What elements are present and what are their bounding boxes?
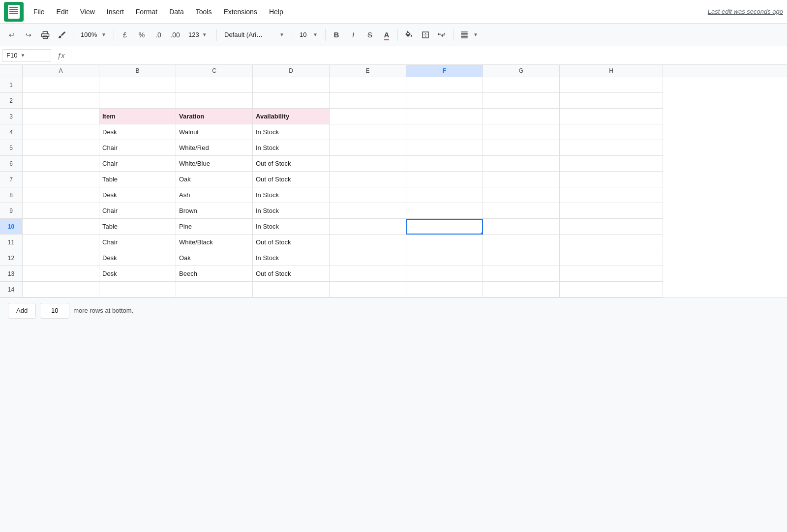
cell-h5[interactable] (560, 140, 663, 156)
cell-f2[interactable] (406, 93, 483, 109)
cell-e4[interactable] (330, 124, 406, 140)
cell-e13[interactable] (330, 266, 406, 282)
cell-a2[interactable] (23, 93, 99, 109)
cell-e2[interactable] (330, 93, 406, 109)
cell-c8[interactable]: Ash (176, 187, 253, 203)
cell-a12[interactable] (23, 250, 99, 266)
cell-a13[interactable] (23, 266, 99, 282)
cell-e7[interactable] (330, 172, 406, 187)
print-button[interactable] (37, 27, 53, 43)
cell-g1[interactable] (483, 77, 560, 93)
cell-e10[interactable] (330, 219, 406, 235)
cell-reference-box[interactable]: F10 ▼ (2, 49, 51, 62)
row-number[interactable]: 8 (0, 187, 23, 203)
row-number[interactable]: 10 (0, 219, 23, 235)
row-number[interactable]: 1 (0, 77, 23, 93)
row-number[interactable]: 7 (0, 172, 23, 187)
cell-d10[interactable]: In Stock (253, 219, 330, 235)
cell-e14[interactable] (330, 282, 406, 297)
cell-c2[interactable] (176, 93, 253, 109)
cell-f5[interactable] (406, 140, 483, 156)
cell-b1[interactable] (99, 77, 176, 93)
cell-h12[interactable] (560, 250, 663, 266)
cell-e3[interactable] (330, 109, 406, 124)
cell-f8[interactable] (406, 187, 483, 203)
rows-count-input[interactable] (40, 303, 69, 319)
cell-a5[interactable] (23, 140, 99, 156)
cell-b2[interactable] (99, 93, 176, 109)
cell-c4[interactable]: Walnut (176, 124, 253, 140)
cell-f12[interactable] (406, 250, 483, 266)
cell-d13[interactable]: Out of Stock (253, 266, 330, 282)
cell-h2[interactable] (560, 93, 663, 109)
cell-h3[interactable] (560, 109, 663, 124)
formula-input[interactable] (73, 49, 785, 62)
cell-c14[interactable] (176, 282, 253, 297)
merge-cells-button[interactable] (434, 27, 450, 43)
row-number[interactable]: 4 (0, 124, 23, 140)
col-header-d[interactable]: D (253, 65, 330, 77)
add-rows-button[interactable]: Add (8, 303, 36, 319)
decimal-decrease-button[interactable]: .0 (151, 27, 166, 43)
col-header-h[interactable]: H (560, 65, 663, 77)
cell-h13[interactable] (560, 266, 663, 282)
cell-g9[interactable] (483, 203, 560, 219)
percent-button[interactable]: % (134, 27, 150, 43)
cell-d4[interactable]: In Stock (253, 124, 330, 140)
cell-h9[interactable] (560, 203, 663, 219)
fx-button[interactable]: ƒx (53, 49, 69, 62)
cell-a14[interactable] (23, 282, 99, 297)
cell-d2[interactable] (253, 93, 330, 109)
cell-a4[interactable] (23, 124, 99, 140)
menu-insert[interactable]: Insert (101, 0, 130, 23)
cell-e9[interactable] (330, 203, 406, 219)
cell-d11[interactable]: Out of Stock (253, 235, 330, 250)
col-header-f[interactable]: F (406, 65, 483, 77)
col-header-e[interactable]: E (330, 65, 406, 77)
cell-g8[interactable] (483, 187, 560, 203)
cell-g5[interactable] (483, 140, 560, 156)
cell-g14[interactable] (483, 282, 560, 297)
row-number[interactable]: 13 (0, 266, 23, 282)
borders-button[interactable] (418, 27, 433, 43)
cell-b10[interactable]: Table (99, 219, 176, 235)
menu-view[interactable]: View (74, 0, 101, 23)
cell-g6[interactable] (483, 156, 560, 172)
menu-edit[interactable]: Edit (51, 0, 74, 23)
cell-b4[interactable]: Desk (99, 124, 176, 140)
cell-c1[interactable] (176, 77, 253, 93)
cell-h6[interactable] (560, 156, 663, 172)
cell-c9[interactable]: Brown (176, 203, 253, 219)
cell-a9[interactable] (23, 203, 99, 219)
cell-a6[interactable] (23, 156, 99, 172)
cell-g2[interactable] (483, 93, 560, 109)
col-header-b[interactable]: B (99, 65, 176, 77)
cell-b8[interactable]: Desk (99, 187, 176, 203)
row-number[interactable]: 11 (0, 235, 23, 250)
cell-d9[interactable]: In Stock (253, 203, 330, 219)
cell-d12[interactable]: In Stock (253, 250, 330, 266)
cell-e1[interactable] (330, 77, 406, 93)
cell-d8[interactable]: In Stock (253, 187, 330, 203)
row-number[interactable]: 3 (0, 109, 23, 124)
cell-h1[interactable] (560, 77, 663, 93)
cell-f6[interactable] (406, 156, 483, 172)
currency-button[interactable]: £ (117, 27, 133, 43)
cell-g13[interactable] (483, 266, 560, 282)
paint-format-button[interactable] (54, 27, 70, 43)
cell-c12[interactable]: Oak (176, 250, 253, 266)
cell-b12[interactable]: Desk (99, 250, 176, 266)
cell-c11[interactable]: White/Black (176, 235, 253, 250)
cell-e6[interactable] (330, 156, 406, 172)
cell-g11[interactable] (483, 235, 560, 250)
menu-data[interactable]: Data (163, 0, 190, 23)
cell-d6[interactable]: Out of Stock (253, 156, 330, 172)
row-number[interactable]: 2 (0, 93, 23, 109)
cell-c13[interactable]: Beech (176, 266, 253, 282)
cell-h7[interactable] (560, 172, 663, 187)
row-number[interactable]: 6 (0, 156, 23, 172)
bold-button[interactable]: B (329, 27, 344, 43)
cell-b6[interactable]: Chair (99, 156, 176, 172)
row-number[interactable]: 5 (0, 140, 23, 156)
cell-f11[interactable] (406, 235, 483, 250)
